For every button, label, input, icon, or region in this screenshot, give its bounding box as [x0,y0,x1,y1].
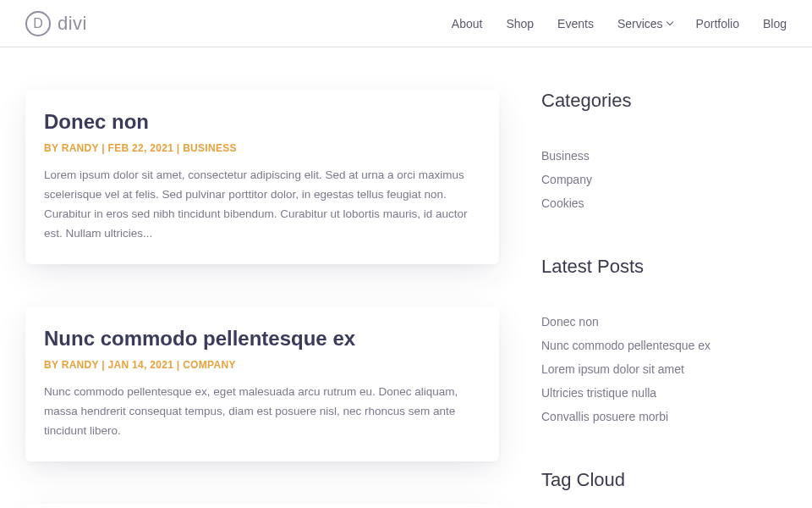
widget-title: Tag Cloud [541,469,778,491]
category-item[interactable]: Company [541,168,778,191]
widget-title: Categories [541,90,778,112]
nav-blog[interactable]: Blog [763,17,787,30]
latest-post-item[interactable]: Ultricies tristique nulla [541,381,778,405]
categories-widget: Categories Business Company Cookies [541,90,778,215]
latest-post-item[interactable]: Convallis posuere morbi [541,405,778,428]
post-card: Donec non BY RANDY | FEB 22, 2021 | BUSI… [25,90,499,264]
post-meta[interactable]: BY RANDY | FEB 22, 2021 | BUSINESS [44,142,480,154]
nav-portfolio[interactable]: Portfolio [696,17,739,30]
chevron-down-icon [666,19,672,25]
main-nav: About Shop Events Services Portfolio Blo… [452,17,787,30]
sidebar: Categories Business Company Cookies Late… [541,90,778,508]
nav-events[interactable]: Events [557,17,594,30]
logo-icon: D [25,11,51,36]
category-item[interactable]: Cookies [541,191,778,215]
nav-shop[interactable]: Shop [506,17,534,30]
main-content: Donec non BY RANDY | FEB 22, 2021 | BUSI… [25,90,499,508]
post-title[interactable]: Donec non [44,110,480,134]
tag-cloud-widget: Tag Cloud [541,469,778,491]
latest-posts-list: Donec non Nunc commodo pellentesque ex L… [541,310,778,428]
nav-services[interactable]: Services [617,17,672,30]
nav-about[interactable]: About [452,17,483,30]
post-card: Nunc commodo pellentesque ex BY RANDY | … [25,306,499,461]
post-card: Lorem ipsum dolor sit amet BY RANDY | JA… [25,504,499,508]
latest-post-item[interactable]: Lorem ipsum dolor sit amet [541,357,778,381]
post-meta[interactable]: BY RANDY | JAN 14, 2021 | COMPANY [44,359,480,371]
logo[interactable]: D divi [25,11,87,36]
post-excerpt: Nunc commodo pellentesque ex, eget males… [44,383,480,441]
content-container: Donec non BY RANDY | FEB 22, 2021 | BUSI… [0,47,812,508]
category-item[interactable]: Business [541,144,778,168]
widget-title: Latest Posts [541,256,778,278]
post-excerpt: Lorem ipsum dolor sit amet, consectetur … [44,166,480,244]
latest-post-item[interactable]: Donec non [541,310,778,334]
latest-post-item[interactable]: Nunc commodo pellentesque ex [541,334,778,357]
logo-text: divi [58,13,87,35]
categories-list: Business Company Cookies [541,144,778,215]
latest-posts-widget: Latest Posts Donec non Nunc commodo pell… [541,256,778,428]
post-title[interactable]: Nunc commodo pellentesque ex [44,327,480,351]
site-header: D divi About Shop Events Services Portfo… [0,0,812,47]
nav-services-label: Services [617,17,663,30]
